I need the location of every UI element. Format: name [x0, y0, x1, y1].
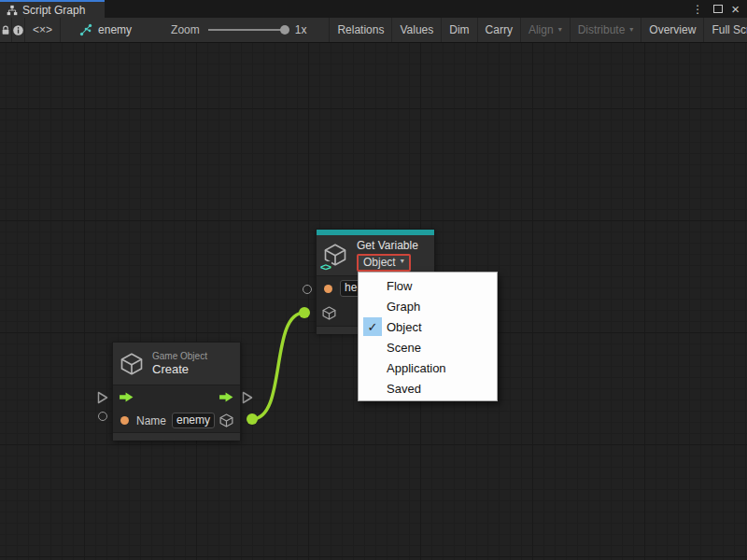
- toolbar-spacer: [314, 18, 329, 42]
- menu-item-label: Object: [387, 320, 422, 334]
- toolbar-gap: [61, 18, 76, 42]
- code-preview-button[interactable]: <×>: [25, 18, 61, 42]
- align-label: Align: [529, 23, 554, 36]
- zoom-value: 1x: [295, 23, 307, 36]
- create-node-header[interactable]: Game Object Create: [113, 343, 240, 385]
- zoom-slider[interactable]: [208, 29, 287, 31]
- graph-name: enemy: [98, 23, 132, 36]
- create-flow-input-port[interactable]: [97, 391, 108, 404]
- values-button[interactable]: Values: [392, 18, 442, 42]
- zoom-control: Zoom 1x: [163, 18, 314, 42]
- create-flow-output-port[interactable]: [242, 391, 253, 404]
- check-cell: ✓: [359, 317, 387, 336]
- dim-label: Dim: [449, 23, 469, 36]
- flow-out-arrow-icon[interactable]: [218, 391, 234, 403]
- lock-button[interactable]: [0, 18, 12, 42]
- flow-row: [113, 385, 240, 409]
- window-menu-button[interactable]: ⋮: [690, 4, 705, 15]
- variable-cube-icon: <>: [322, 242, 350, 270]
- graph-hierarchy-icon: [7, 5, 18, 16]
- chevron-down-icon: ▾: [558, 25, 562, 34]
- overview-label: Overview: [649, 23, 696, 36]
- menu-item-label: Flow: [387, 279, 412, 293]
- flow-in-arrow-icon[interactable]: [119, 391, 134, 403]
- menu-item-label: Application: [387, 361, 446, 375]
- values-label: Values: [400, 23, 433, 36]
- info-icon: [12, 24, 24, 36]
- tab-label: Script Graph: [22, 4, 85, 17]
- node-category: Game Object: [152, 351, 207, 362]
- code-icon: <×>: [33, 23, 52, 36]
- game-object-create-node[interactable]: Game Object Create Name enemy: [112, 342, 241, 441]
- menu-item-application[interactable]: Application: [359, 357, 497, 378]
- scope-value: Object: [363, 256, 396, 269]
- maximize-button[interactable]: [713, 5, 723, 13]
- chevron-down-icon: ▾: [401, 255, 404, 268]
- lock-icon: [0, 24, 11, 36]
- dim-button[interactable]: Dim: [442, 18, 477, 42]
- relations-button[interactable]: Relations: [329, 18, 392, 42]
- variable-scope-dropdown[interactable]: Object ▾: [357, 254, 411, 272]
- distribute-label: Distribute: [578, 23, 626, 36]
- name-label: Name: [136, 414, 166, 427]
- gameobject-type-icon: [321, 305, 337, 321]
- name-value-field[interactable]: enemy: [172, 413, 215, 428]
- carry-button[interactable]: Carry: [478, 18, 521, 42]
- carry-label: Carry: [486, 23, 513, 36]
- align-dropdown-button[interactable]: Align ▾: [521, 18, 571, 42]
- variable-scope-menu: Flow Graph ✓ Object Scene Application Sa…: [358, 272, 498, 401]
- create-name-input-port[interactable]: [98, 412, 107, 421]
- tab-script-graph[interactable]: Script Graph: [0, 0, 105, 18]
- menu-item-object[interactable]: ✓ Object: [359, 316, 497, 337]
- menu-item-saved[interactable]: Saved: [359, 378, 497, 399]
- tab-bar: Script Graph ⋮ ×: [0, 0, 747, 18]
- graph-breadcrumb[interactable]: enemy: [76, 18, 139, 42]
- node-title: Create: [152, 362, 207, 377]
- overview-button[interactable]: Overview: [641, 18, 704, 42]
- full-screen-button[interactable]: Full Screen: [704, 18, 747, 42]
- menu-item-scene[interactable]: Scene: [359, 337, 497, 357]
- menu-item-label: Graph: [387, 300, 420, 314]
- menu-item-graph[interactable]: Graph: [359, 296, 497, 316]
- zoom-label: Zoom: [171, 23, 200, 36]
- window-controls: ⋮ ×: [690, 0, 747, 18]
- relations-label: Relations: [337, 23, 384, 36]
- string-input-port[interactable]: [120, 416, 129, 425]
- close-button[interactable]: ×: [731, 2, 740, 16]
- graph-asset-icon: [79, 23, 92, 36]
- get-variable-header[interactable]: <> Get Variable Object ▾: [317, 235, 434, 275]
- gameobject-cube-icon: [119, 351, 145, 377]
- menu-item-flow[interactable]: Flow: [359, 275, 497, 296]
- node-footer: [113, 432, 240, 441]
- inspect-button[interactable]: [12, 18, 25, 42]
- menu-item-label: Saved: [387, 382, 421, 396]
- gameobject-output-icon: [218, 413, 234, 428]
- node-title: Get Variable: [357, 239, 418, 252]
- menu-item-label: Scene: [387, 341, 421, 355]
- name-row: Name enemy: [113, 409, 240, 432]
- full-screen-label: Full Screen: [712, 23, 747, 36]
- string-input-port[interactable]: [324, 285, 332, 293]
- variable-badge-icon: <>: [320, 261, 331, 273]
- chevron-down-icon: ▾: [629, 25, 633, 34]
- check-icon: ✓: [363, 317, 382, 336]
- get-variable-flow-input-port[interactable]: [303, 285, 312, 294]
- zoom-slider-handle[interactable]: [280, 25, 289, 35]
- graph-toolbar: <×> enemy Zoom 1x Relations Values Dim C…: [0, 18, 747, 43]
- distribute-dropdown-button[interactable]: Distribute ▾: [571, 18, 642, 42]
